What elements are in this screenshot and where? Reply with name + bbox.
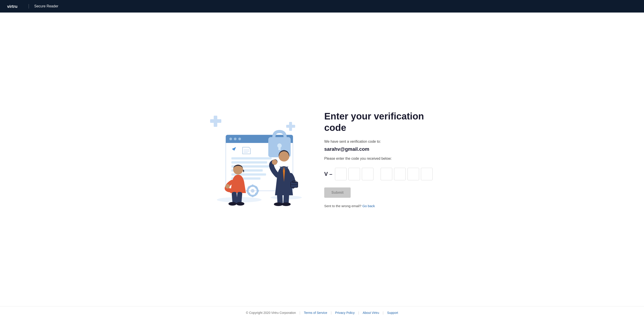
app-name-label: Secure Reader bbox=[34, 4, 58, 8]
code-digit-3[interactable] bbox=[362, 168, 374, 180]
copyright-text: © Copyright 2020 Virtru Corporation bbox=[246, 311, 296, 314]
svg-point-48 bbox=[282, 202, 291, 206]
svg-rect-30 bbox=[257, 190, 259, 192]
code-digit-7[interactable] bbox=[421, 168, 432, 180]
svg-rect-4 bbox=[289, 122, 292, 131]
instruction-text: Please enter the code you received below… bbox=[324, 156, 445, 160]
svg-rect-2 bbox=[214, 116, 217, 127]
svg-point-38 bbox=[225, 184, 230, 188]
svg-point-41 bbox=[228, 202, 236, 206]
svg-point-26 bbox=[251, 189, 254, 192]
wrong-email-text: Sent to the wrong email? bbox=[324, 204, 362, 208]
page-footer: © Copyright 2020 Virtru Corporation | Te… bbox=[0, 306, 644, 319]
subtitle-text: We have sent a verification code to: bbox=[324, 140, 445, 144]
virtru-logo-icon: virtru bbox=[7, 4, 23, 9]
app-header: virtru Secure Reader bbox=[0, 0, 644, 12]
wrong-email-area: Sent to the wrong email? Go back bbox=[324, 204, 445, 208]
form-container: Enter your verification code We have sen… bbox=[324, 111, 445, 208]
hero-illustration bbox=[199, 112, 306, 206]
submit-button[interactable]: Submit bbox=[324, 188, 351, 198]
page-title: Enter your verification code bbox=[324, 111, 445, 133]
svg-rect-29 bbox=[246, 190, 248, 192]
main-content: Enter your verification code We have sen… bbox=[0, 12, 644, 306]
svg-text:virtru: virtru bbox=[7, 4, 18, 9]
email-display: sarahv@gmail.com bbox=[324, 146, 445, 152]
code-input-row: V – bbox=[324, 168, 445, 180]
code-prefix-label: V – bbox=[324, 171, 332, 177]
code-digit-5[interactable] bbox=[394, 168, 406, 180]
about-virtru-link[interactable]: About Virtru bbox=[363, 311, 379, 314]
svg-point-47 bbox=[274, 202, 283, 206]
logo-area: virtru Secure Reader bbox=[7, 4, 58, 9]
svg-line-21 bbox=[232, 149, 235, 149]
support-link[interactable]: Support bbox=[387, 311, 398, 314]
code-digit-1[interactable] bbox=[335, 168, 346, 180]
svg-point-8 bbox=[229, 138, 232, 140]
svg-point-9 bbox=[234, 138, 236, 140]
illustration-svg bbox=[199, 112, 306, 206]
content-wrapper: Enter your verification code We have sen… bbox=[199, 111, 445, 208]
code-digit-6[interactable] bbox=[408, 168, 419, 180]
terms-of-service-link[interactable]: Terms of Service bbox=[304, 311, 327, 314]
svg-point-44 bbox=[272, 160, 277, 165]
svg-rect-24 bbox=[278, 146, 280, 150]
privacy-policy-link[interactable]: Privacy Policy bbox=[335, 311, 355, 314]
svg-point-42 bbox=[236, 202, 244, 206]
code-digit-2[interactable] bbox=[348, 168, 360, 180]
svg-rect-15 bbox=[231, 161, 267, 164]
code-digit-4[interactable] bbox=[381, 168, 392, 180]
svg-point-10 bbox=[238, 138, 241, 140]
svg-rect-14 bbox=[231, 157, 272, 160]
svg-rect-28 bbox=[252, 195, 254, 197]
go-back-link[interactable]: Go back bbox=[362, 204, 375, 208]
svg-rect-27 bbox=[252, 184, 254, 187]
